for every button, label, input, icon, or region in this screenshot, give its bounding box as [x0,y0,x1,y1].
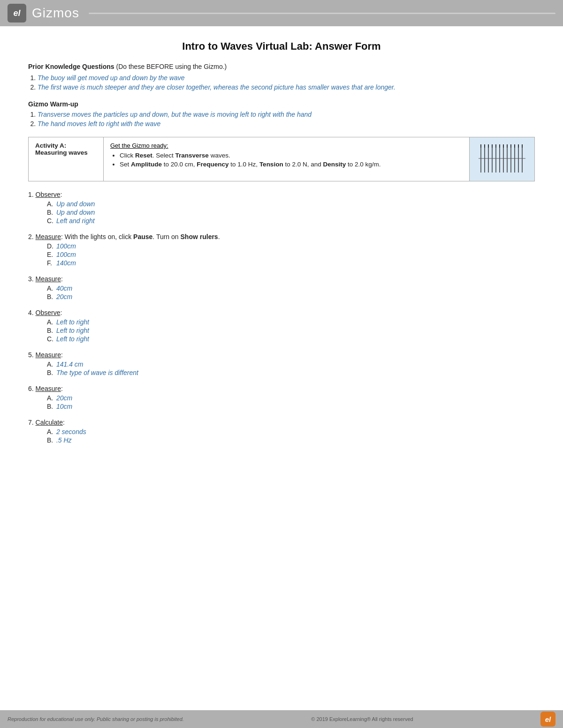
prior-questions-heading: Prior Knowledge Questions (Do these BEFO… [28,63,535,70]
q1-answers: A. Up and down B. Up and down C. Left an… [47,200,535,225]
list-item: B. The type of wave is different [47,369,535,376]
show-rulers-bold: Show rulers [181,233,218,240]
list-item: C. Left and right [47,217,535,225]
q5b-letter: B. [47,369,54,376]
q7-label: Calculate [36,419,63,426]
q2-number: 2. [28,233,36,240]
transverse-bold: Transverse [175,152,209,159]
tension-bold: Tension [259,161,283,168]
footer: Reproduction for educational use only. P… [0,710,563,728]
question-4: 4. Observe: A. Left to right B. Left to … [28,309,535,343]
warmup-answer-1: Transverse moves the particles up and do… [38,111,312,118]
question-2: 2. Measure: With the lights on, click Pa… [28,233,535,267]
list-item: The buoy will get moved up and down by t… [38,74,535,82]
footer-copyright: © 2019 ExploreLearning® All rights reser… [311,716,413,722]
q5-answers: A. 141.4 cm B. The type of wave is diffe… [47,360,535,376]
q4-suffix: : [61,309,62,316]
gizmo-warmup-section: Gizmo Warm-up Transverse moves the parti… [28,100,535,128]
list-item: Set Amplitude to 20.0 cm, Frequency to 1… [120,161,463,168]
q7-suffix: : [63,419,65,426]
question-7: 7. Calculate: A. 2 seconds B. .5 Hz [28,419,535,444]
q1a-letter: A. [47,200,54,208]
reset-bold: Reset [135,152,152,159]
q5-suffix: : [61,351,63,359]
list-item: C. Left to right [47,335,535,343]
q4c-letter: C. [47,335,54,343]
q3a-letter: A. [47,285,54,292]
list-item: Transverse moves the particles up and do… [38,111,535,118]
instructions-list: Click Reset. Select Transverse waves. Se… [120,152,463,168]
pause-bold: Pause [133,233,152,240]
list-item: B. Up and down [47,209,535,216]
q1-suffix: : [61,191,62,198]
q6-answers: A. 20cm B. 10cm [47,394,535,410]
q1b-answer: Up and down [56,209,95,216]
q7b-letter: B. [47,436,54,444]
prior-heading-suffix: (Do these BEFORE using the Gizmo.) [114,63,227,70]
q5b-answer: The type of wave is different [56,369,138,376]
list-item: A. 20cm [47,394,535,402]
q7a-answer: 2 seconds [56,428,86,435]
question-3: 3. Measure: A. 40cm B. 20cm [28,275,535,300]
q7a-letter: A. [47,428,54,435]
q1c-answer: Left and right [56,217,95,225]
list-item: The first wave is much steeper and they … [38,83,535,91]
q1-label: Observe [36,191,61,198]
activity-image-cell [470,137,535,181]
header-divider [89,13,555,14]
activity-label-cell: Activity A: Measuring waves [29,137,104,181]
q4a-answer: Left to right [56,318,89,326]
prior-answer-1: The buoy will get moved up and down by t… [38,74,185,82]
list-item: A. Left to right [47,318,535,326]
list-item: A. 40cm [47,285,535,292]
q7b-answer: .5 Hz [56,436,72,444]
q4c-answer: Left to right [56,335,89,343]
q5a-letter: A. [47,360,54,368]
prior-heading-bold: Prior Knowledge Questions [28,63,114,70]
q6-number: 6. [28,385,36,392]
q6b-answer: 10cm [56,403,72,410]
warmup-heading: Gizmo Warm-up [28,100,535,108]
page-title: Intro to Waves Virtual Lab: Answer Form [28,40,535,53]
footer-logo: el [540,712,555,727]
warmup-answers-list: Transverse moves the particles up and do… [38,111,535,128]
q3-number: 3. [28,275,36,283]
list-item: E. 100cm [47,251,535,258]
q6-label: Measure [36,385,61,392]
list-item: D. 100cm [47,242,535,250]
header-logo: el [8,4,26,23]
q5-number: 5. [28,351,36,359]
prior-answer-2: The first wave is much steeper and they … [38,83,396,91]
list-item: B. 20cm [47,293,535,300]
q2-suffix: : With the lights on, click Pause. Turn … [61,233,220,240]
list-item: A. Up and down [47,200,535,208]
q3-answers: A. 40cm B. 20cm [47,285,535,300]
prior-knowledge-section: Prior Knowledge Questions (Do these BEFO… [28,63,535,91]
question-1: 1. Observe: A. Up and down B. Up and dow… [28,191,535,225]
q1b-letter: B. [47,209,54,216]
list-item: B. .5 Hz [47,436,535,444]
q3b-letter: B. [47,293,54,300]
q1c-letter: C. [47,217,54,225]
q1-number: 1. [28,191,36,198]
list-item: F. 140cm [47,259,535,267]
list-item: B. 10cm [47,403,535,410]
amplitude-bold: Amplitude [131,161,162,168]
question-6: 6. Measure: A. 20cm B. 10cm [28,385,535,410]
list-item: A. 2 seconds [47,428,535,435]
footer-left-text: Reproduction for educational use only. P… [8,716,184,722]
main-content: Intro to Waves Virtual Lab: Answer Form … [0,26,563,490]
wave-illustration [476,142,528,175]
q4-label: Observe [36,309,61,316]
activity-instructions-cell: Get the Gizmo ready: Click Reset. Select… [104,137,470,181]
q5a-answer: 141.4 cm [56,360,84,368]
q4a-letter: A. [47,318,54,326]
prior-answers-list: The buoy will get moved up and down by t… [38,74,535,91]
q6a-letter: A. [47,394,54,402]
q4b-answer: Left to right [56,327,89,334]
q4-answers: A. Left to right B. Left to right C. Lef… [47,318,535,343]
q2e-letter: E. [47,251,54,258]
q6b-letter: B. [47,403,54,410]
q2f-answer: 140cm [56,259,76,267]
density-bold: Density [323,161,346,168]
